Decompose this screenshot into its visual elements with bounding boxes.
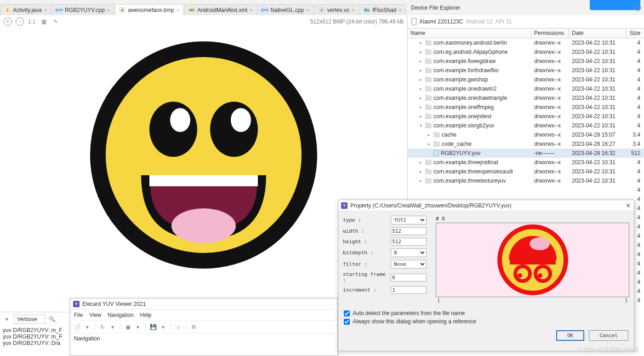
layout-icon[interactable]: ▣ xyxy=(124,323,132,331)
log-level-select[interactable]: Verbose xyxy=(14,315,45,324)
cancel-button[interactable]: Cancel xyxy=(589,330,628,341)
col-name[interactable]: Name xyxy=(408,29,531,38)
expand-arrow-icon[interactable]: ▸ xyxy=(418,160,423,165)
search-icon[interactable]: 🔍 xyxy=(48,315,56,323)
editor-tab[interactable]: MFAndroidManifest.xml× xyxy=(184,4,256,15)
expand-arrow-icon[interactable]: ▸ xyxy=(418,86,423,91)
table-row[interactable]: ▸com.example.threetextureyuvdrwxrwx--x20… xyxy=(408,176,644,185)
menu-item[interactable]: Help xyxy=(140,312,152,318)
file-name: RGB2YUYV.yuv xyxy=(441,150,480,156)
height-input[interactable] xyxy=(391,238,427,246)
expand-arrow-icon[interactable]: ▸ xyxy=(418,68,423,73)
table-row[interactable]: ▸com.example.onedrawtri2drwxrwx--x2023-0… xyxy=(408,84,644,93)
eyedropper-icon[interactable]: ✎ xyxy=(51,17,60,26)
zoom-ratio[interactable]: 1:1 xyxy=(28,17,36,26)
ok-button[interactable]: OK xyxy=(556,330,584,341)
close-icon[interactable]: × xyxy=(107,7,110,13)
menu-item[interactable]: File xyxy=(74,312,83,318)
table-row[interactable]: ▸com.example.threeopenslesaudidrwxrwx--x… xyxy=(408,167,644,176)
file-name: com.example.threetextureyuv xyxy=(433,178,506,184)
starting-frame-input[interactable] xyxy=(391,274,427,281)
folder-icon xyxy=(425,178,432,184)
bug-icon[interactable]: ☼ xyxy=(174,323,182,331)
table-row[interactable]: ▸com.eastmoney.android.berlindrwxrwx--x2… xyxy=(408,38,644,47)
editor-tab[interactable]: C++RGB2YUYV.cpp× xyxy=(52,4,114,15)
expand-arrow-icon[interactable]: ▸ xyxy=(418,59,423,63)
expand-arrow-icon[interactable]: ▾ xyxy=(418,123,423,128)
close-icon[interactable]: × xyxy=(250,7,252,13)
chevron-down-icon[interactable]: ▾ xyxy=(83,323,91,331)
close-icon[interactable]: × xyxy=(399,7,401,13)
close-icon[interactable]: × xyxy=(44,7,46,13)
table-row[interactable]: ▸com.example.gwishopdrwxrwx--x2023-04-22… xyxy=(408,75,644,84)
col-perm[interactable]: Permissions xyxy=(531,29,569,38)
expand-arrow-icon[interactable]: ▸ xyxy=(418,40,423,45)
expand-arrow-icon[interactable]: ▸ xyxy=(418,114,423,119)
open-icon[interactable]: 📄 xyxy=(73,323,81,331)
zoom-out-icon[interactable]: − xyxy=(16,17,24,26)
close-icon[interactable]: × xyxy=(306,7,309,13)
filter-select[interactable]: None xyxy=(391,260,427,269)
svg-rect-6 xyxy=(149,175,258,186)
device-selector[interactable]: Xiaomi 2201123C Android 12, API 31 xyxy=(408,15,644,28)
table-row[interactable]: ▸com.example.onedrawtriangledrwxrwx--x20… xyxy=(408,93,644,103)
editor-tab[interactable]: RsfFboShad× xyxy=(359,4,405,15)
zoom-in-icon[interactable]: + xyxy=(4,17,12,26)
logcat-dropdown-icon[interactable]: ▾ xyxy=(3,315,11,323)
expand-arrow-icon[interactable]: ▸ xyxy=(418,105,423,109)
file-name: com.example.sixrgb2yuv xyxy=(433,122,494,129)
file-size: 4 xyxy=(626,168,644,175)
expand-arrow-icon[interactable]: ▸ xyxy=(418,96,423,100)
expand-arrow-icon[interactable]: ▸ xyxy=(418,77,423,82)
chevron-down-icon[interactable]: ▾ xyxy=(108,323,117,331)
editor-tab[interactable]: JActivity.java× xyxy=(0,4,51,15)
expand-arrow-icon[interactable]: ▸ xyxy=(426,142,432,146)
filetype-icon: MF xyxy=(188,7,195,13)
grid-icon[interactable]: ▦ xyxy=(40,17,48,26)
close-icon[interactable]: × xyxy=(352,7,354,13)
bitdepth-select[interactable]: 8 xyxy=(391,248,427,257)
col-size[interactable]: Size xyxy=(626,29,644,38)
preview-scrollbar[interactable]: ⟨⟩ xyxy=(436,297,629,304)
close-icon[interactable]: × xyxy=(177,7,179,13)
width-input[interactable] xyxy=(391,227,427,235)
increment-input[interactable] xyxy=(391,286,427,294)
type-select[interactable]: YUY2 xyxy=(391,216,427,224)
table-row[interactable]: RGB2YUYV.yuv-rw-------2023-04-28 16:3251… xyxy=(408,149,644,158)
editor-tab[interactable]: C++NativeGL.cpp× xyxy=(258,4,313,15)
table-row[interactable]: ▸cachedrwxrws--x2023-04-28 15:073.4 xyxy=(408,130,644,139)
settings-icon[interactable]: ⚙ xyxy=(189,323,198,331)
refresh-icon[interactable]: ↻ xyxy=(98,323,107,331)
always-show-checkbox[interactable]: Always show this dialog when opening a r… xyxy=(344,318,628,325)
menu-item[interactable]: View xyxy=(89,312,101,318)
folder-icon xyxy=(425,68,432,73)
awesomeface-image xyxy=(86,37,321,273)
expand-arrow-icon[interactable]: ▸ xyxy=(426,132,432,137)
file-size: 4 xyxy=(626,95,644,101)
editor-tab[interactable]: ≡vertex.vs× xyxy=(314,4,359,15)
table-row[interactable]: ▸com.example.threejnidtnatdrwxrwx--x2023… xyxy=(408,158,644,167)
file-name: com.eg.android.AlipayGphone xyxy=(433,49,507,55)
folder-icon xyxy=(425,105,432,110)
file-perm: drwxrwx--x xyxy=(531,95,569,101)
save-icon[interactable]: 💾 xyxy=(149,323,157,331)
table-row[interactable]: ▸com.example.oneffmpegdrwxrwx--x2023-04-… xyxy=(408,103,644,112)
table-row[interactable]: ▸code_cachedrwxrws--x2023-04-28 16:273.4 xyxy=(408,139,644,149)
table-row[interactable]: ▾com.example.sixrgb2yuvdrwxrwx--x2023-04… xyxy=(408,121,644,130)
gear-icon[interactable] xyxy=(635,5,641,11)
table-row[interactable]: ▸com.example.fiveegldrawdrwxrwx--x2023-0… xyxy=(408,57,644,66)
expand-arrow-icon[interactable]: ▸ xyxy=(418,169,423,174)
col-date[interactable]: Date xyxy=(569,29,626,38)
table-row[interactable]: 4 xyxy=(408,185,644,195)
auto-detect-checkbox[interactable]: Auto detect the parameters from the file… xyxy=(344,310,628,316)
chevron-down-icon[interactable]: ▾ xyxy=(159,323,167,331)
editor-tab[interactable]: ●awesomeface.bmp× xyxy=(115,4,183,15)
table-row[interactable]: ▸com.eg.android.AlipayGphonedrwxrwx--x20… xyxy=(408,47,644,57)
chevron-down-icon[interactable]: ▾ xyxy=(134,323,142,331)
menu-item[interactable]: Navigation xyxy=(108,312,134,318)
table-row[interactable]: ▸com.example.forthdrawfbodrwxrwx--x2023-… xyxy=(408,66,644,75)
table-row[interactable]: ▸com.example.onejnitestdrwxrwx--x2023-04… xyxy=(408,112,644,121)
expand-arrow-icon[interactable]: ▸ xyxy=(418,178,423,183)
close-icon[interactable]: ✕ xyxy=(626,202,631,209)
expand-arrow-icon[interactable]: ▸ xyxy=(418,50,423,54)
